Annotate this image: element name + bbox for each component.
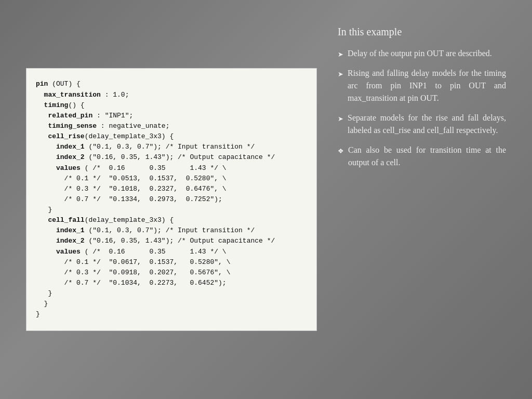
arrow-icon-2: [338, 69, 343, 79]
left-panel: pin (OUT) { max_transition : 1.0; timing…: [26, 68, 317, 330]
bullet-text-3: Separate models for the rise and fall de…: [348, 112, 506, 137]
arrow-icon-3: [338, 113, 343, 124]
bullet-item-1: Delay of the output pin OUT are describe…: [338, 47, 506, 60]
bullet-text-2: Rising and falling delay models for the …: [348, 67, 506, 104]
code-block: pin (OUT) { max_transition : 1.0; timing…: [26, 68, 317, 330]
slide: pin (OUT) { max_transition : 1.0; timing…: [0, 0, 532, 399]
bullet-item-4: Can also be used for transition time at …: [338, 144, 506, 169]
right-panel: In this example Delay of the output pin …: [338, 21, 506, 169]
bullet-text-1: Delay of the output pin OUT are describe…: [348, 47, 506, 60]
bullet-item-2: Rising and falling delay models for the …: [338, 67, 506, 104]
section-title: In this example: [338, 26, 506, 38]
bullet-text-4: Can also be used for transition time at …: [348, 144, 506, 169]
bullet-list: Delay of the output pin OUT are describe…: [338, 47, 506, 169]
diamond-icon-1: [338, 145, 344, 156]
arrow-icon-1: [338, 49, 343, 60]
bullet-item-3: Separate models for the rise and fall de…: [338, 112, 506, 137]
